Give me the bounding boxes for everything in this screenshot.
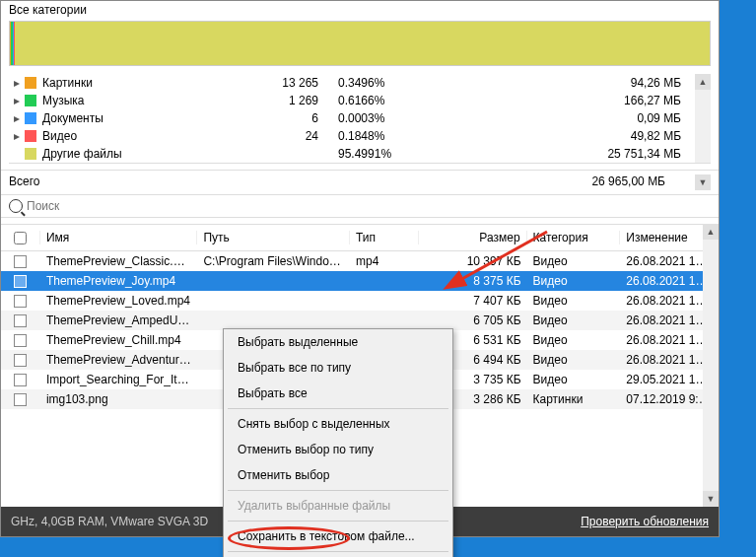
scroll-down-icon[interactable]: ▼ (695, 174, 711, 190)
expand-icon[interactable]: ▸ (9, 94, 25, 107)
cell-name: ThemePreview_Joy.mp4 (40, 273, 198, 289)
category-color-swatch (25, 95, 36, 106)
category-size: 94,26 МБ (417, 76, 711, 90)
cell-name: Import_Searching_For_Ite... (40, 372, 198, 387)
search-icon (9, 199, 23, 213)
cell-name: img103.png (40, 391, 198, 407)
category-row[interactable]: ▸ Музыка 1 269 0.6166% 166,27 МБ (9, 92, 711, 109)
menu-item[interactable]: Сохранить в текстовом файле... (224, 523, 452, 549)
table-row[interactable]: ThemePreview_Joy.mp4 8 375 КБ Видео 26.0… (1, 271, 719, 291)
search-input[interactable] (27, 199, 711, 213)
row-checkbox[interactable] (14, 295, 27, 308)
search-row (1, 194, 719, 218)
category-count: 13 265 (279, 76, 338, 90)
menu-separator (228, 521, 448, 522)
row-checkbox[interactable] (14, 255, 27, 268)
cell-category: Видео (527, 293, 621, 309)
category-row[interactable]: ▸ Документы 6 0.0003% 0,09 МБ (9, 109, 711, 127)
expand-icon[interactable]: ▸ (9, 129, 25, 143)
total-size: 26 965,00 МБ (591, 174, 695, 190)
cell-type (350, 319, 419, 321)
header-checkbox-col (1, 231, 40, 244)
category-count: 24 (279, 129, 338, 143)
cell-category: Видео (527, 372, 621, 387)
cell-type (350, 300, 419, 302)
menu-item: Удалить выбранные файлы (224, 493, 452, 519)
menu-item[interactable]: Выбрать выделенные (224, 329, 452, 355)
scroll-up-icon[interactable]: ▲ (695, 74, 711, 90)
table-row[interactable]: ThemePreview_AmpedUp... 6 705 КБ Видео 2… (1, 311, 719, 330)
cell-category: Видео (527, 332, 621, 348)
category-name: Другие файлы (42, 147, 279, 161)
category-usage-bar (9, 21, 711, 66)
category-count: 6 (279, 111, 338, 125)
cell-name: ThemePreview_Adventure... (40, 352, 198, 368)
menu-item[interactable]: Отменить выбор по типу (224, 437, 452, 462)
cell-name: ThemePreview_Classic.mp4 (40, 253, 198, 269)
footer-sysinfo: GHz, 4,0GB RAM, VMware SVGA 3D (11, 515, 208, 528)
expand-icon[interactable]: ▸ (9, 76, 25, 90)
category-row[interactable]: ▸ Видео 24 0.1848% 49,82 МБ (9, 127, 711, 145)
menu-item[interactable]: Снять выбор с выделенных (224, 411, 452, 437)
category-count: 1 269 (279, 94, 338, 107)
menu-separator (228, 551, 448, 552)
cell-path (197, 319, 350, 321)
category-color-swatch (25, 112, 36, 124)
row-checkbox[interactable] (14, 334, 27, 347)
cell-size: 10 397 КБ (419, 253, 527, 269)
menu-separator (228, 490, 448, 491)
category-scrollbar[interactable]: ▲ (695, 74, 711, 163)
category-name: Документы (42, 111, 279, 125)
header-type[interactable]: Тип (350, 231, 419, 244)
menu-separator (228, 408, 448, 409)
category-percent: 0.3496% (338, 76, 417, 90)
category-size: 25 751,34 МБ (417, 147, 711, 161)
select-all-checkbox[interactable] (14, 232, 27, 244)
category-percent: 95.4991% (338, 147, 417, 161)
cell-path: C:\Program Files\Windows... (197, 253, 350, 269)
cell-category: Видео (527, 352, 621, 368)
cell-name: ThemePreview_AmpedUp... (40, 313, 198, 328)
header-category[interactable]: Категория (527, 231, 621, 244)
row-checkbox[interactable] (14, 374, 27, 386)
total-row: Всего 26 965,00 МБ ▼ (1, 170, 719, 194)
total-scroll-gap: ▼ (695, 174, 711, 190)
table-header: Имя Путь Тип Размер Категория Изменение (1, 224, 719, 251)
table-row[interactable]: ThemePreview_Classic.mp4 C:\Program File… (1, 251, 719, 271)
cell-path (197, 300, 350, 302)
cell-size: 6 705 КБ (419, 313, 527, 328)
cell-path (197, 280, 350, 282)
cell-type (350, 280, 419, 282)
expand-icon[interactable]: ▸ (9, 111, 25, 125)
menu-item[interactable]: Выбрать все по типу (224, 355, 452, 381)
cell-size: 7 407 КБ (419, 293, 527, 309)
table-row[interactable]: ThemePreview_Loved.mp4 7 407 КБ Видео 26… (1, 291, 719, 311)
cell-type: mp4 (350, 253, 419, 269)
category-color-swatch (25, 77, 36, 89)
category-color-swatch (25, 148, 36, 160)
context-menu: Выбрать выделенныеВыбрать все по типуВыб… (223, 328, 453, 557)
header-size[interactable]: Размер (419, 231, 527, 244)
category-row[interactable]: Другие файлы 95.4991% 25 751,34 МБ (9, 145, 711, 163)
row-checkbox[interactable] (14, 275, 27, 288)
scroll-up-icon[interactable]: ▲ (703, 224, 719, 240)
table-scrollbar[interactable]: ▲ ▼ (703, 224, 719, 507)
category-row[interactable]: ▸ Картинки 13 265 0.3496% 94,26 МБ (9, 74, 711, 92)
category-percent: 0.6166% (338, 94, 417, 107)
category-name: Видео (42, 129, 279, 143)
header-path[interactable]: Путь (197, 231, 350, 244)
category-percent: 0.0003% (338, 111, 417, 125)
cell-name: ThemePreview_Chill.mp4 (40, 332, 198, 348)
row-checkbox[interactable] (14, 354, 27, 367)
row-checkbox[interactable] (14, 314, 27, 327)
scroll-down-icon[interactable]: ▼ (703, 491, 719, 507)
header-name[interactable]: Имя (40, 231, 198, 244)
check-updates-link[interactable]: Проверить обновления (581, 515, 709, 528)
menu-item[interactable]: Выбрать все (224, 381, 452, 406)
cell-category: Видео (527, 313, 621, 328)
row-checkbox[interactable] (14, 393, 27, 406)
section-title: Все категории (1, 1, 719, 19)
category-color-swatch (25, 130, 36, 142)
menu-item[interactable]: Отменить выбор (224, 462, 452, 488)
total-label: Всего (9, 174, 591, 190)
